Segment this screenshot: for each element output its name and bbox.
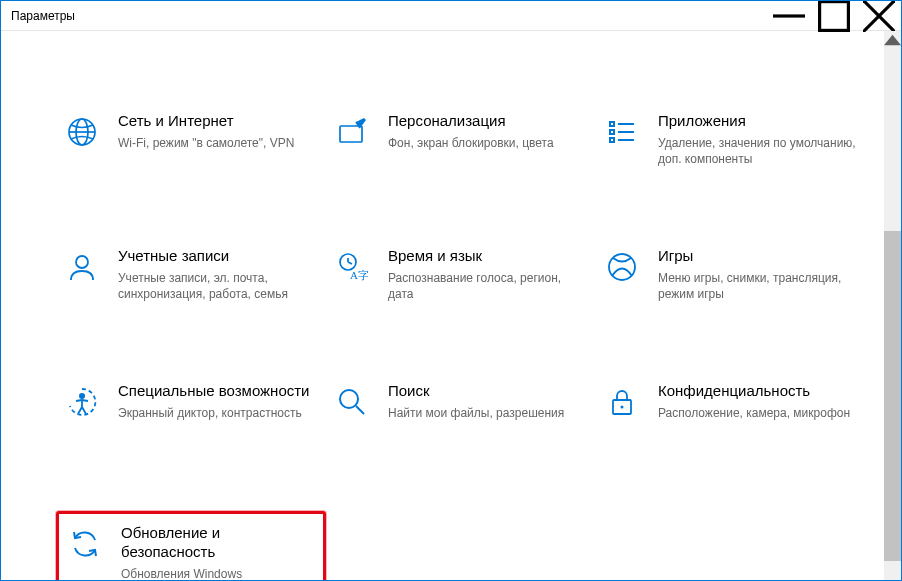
search-icon xyxy=(334,384,370,420)
paint-icon xyxy=(334,114,370,150)
tile-desc: Расположение, камера, микрофон xyxy=(658,405,856,421)
svg-rect-13 xyxy=(610,138,614,142)
svg-line-23 xyxy=(356,406,364,414)
window-title: Параметры xyxy=(11,9,75,23)
tile-desc: Учетные записи, эл. почта, синхронизация… xyxy=(118,270,316,302)
window-controls xyxy=(766,1,901,30)
tile-desc: Удаление, значения по умолчанию, доп. ко… xyxy=(658,135,856,167)
scroll-thumb[interactable] xyxy=(884,231,901,561)
svg-marker-26 xyxy=(884,34,901,45)
globe-icon xyxy=(64,114,100,150)
person-icon xyxy=(64,249,100,285)
tile-accounts[interactable]: Учетные записи Учетные записи, эл. почта… xyxy=(56,241,326,321)
tile-gaming[interactable]: Игры Меню игры, снимки, трансляция, режи… xyxy=(596,241,866,321)
minimize-button[interactable] xyxy=(766,1,811,31)
content: Сеть и Интернет Wi-Fi, режим "в самолете… xyxy=(1,31,901,580)
tile-title: Приложения xyxy=(658,112,856,131)
tile-title: Учетные записи xyxy=(118,247,316,266)
tile-apps[interactable]: Приложения Удаление, значения по умолчан… xyxy=(596,106,866,186)
tile-privacy[interactable]: Конфиденциальность Расположение, камера,… xyxy=(596,376,866,456)
svg-rect-9 xyxy=(610,122,614,126)
scrollbar[interactable] xyxy=(884,31,901,580)
tile-desc: Обновления Windows xyxy=(121,566,313,582)
tile-title: Поиск xyxy=(388,382,586,401)
tile-title: Игры xyxy=(658,247,856,266)
svg-point-25 xyxy=(621,406,624,409)
tile-desc: Фон, экран блокировки, цвета xyxy=(388,135,586,151)
tile-title: Обновление и безопасность xyxy=(121,524,313,562)
tile-title: Персонализация xyxy=(388,112,586,131)
svg-rect-7 xyxy=(340,126,362,142)
tile-time-language[interactable]: A字 Время и язык Распознавание голоса, ре… xyxy=(326,241,596,321)
xbox-icon xyxy=(604,249,640,285)
svg-point-15 xyxy=(76,256,88,268)
lock-icon xyxy=(604,384,640,420)
tile-desc: Найти мои файлы, разрешения xyxy=(388,405,586,421)
maximize-button[interactable] xyxy=(811,1,856,31)
scroll-up-icon[interactable] xyxy=(884,31,901,48)
svg-rect-11 xyxy=(610,130,614,134)
svg-line-18 xyxy=(348,262,352,264)
tile-desc: Меню игры, снимки, трансляция, режим игр… xyxy=(658,270,856,302)
tile-title: Конфиденциальность xyxy=(658,382,856,401)
tile-update-security[interactable]: Обновление и безопасность Обновления Win… xyxy=(56,511,326,581)
svg-point-21 xyxy=(79,393,85,399)
tile-desc: Распознавание голоса, регион, дата xyxy=(388,270,586,302)
titlebar: Параметры xyxy=(1,1,901,31)
tile-title: Специальные возможности xyxy=(118,382,316,401)
clock-language-icon: A字 xyxy=(334,249,370,285)
tile-title: Время и язык xyxy=(388,247,586,266)
list-icon xyxy=(604,114,640,150)
tile-search[interactable]: Поиск Найти мои файлы, разрешения xyxy=(326,376,596,456)
tile-title: Сеть и Интернет xyxy=(118,112,316,131)
svg-point-22 xyxy=(340,390,358,408)
tile-personalization[interactable]: Персонализация Фон, экран блокировки, цв… xyxy=(326,106,596,186)
accessibility-icon xyxy=(64,384,100,420)
tile-desc: Wi-Fi, режим "в самолете", VPN xyxy=(118,135,316,151)
svg-text:A字: A字 xyxy=(350,269,368,281)
settings-grid: Сеть и Интернет Wi-Fi, режим "в самолете… xyxy=(1,31,901,581)
svg-rect-1 xyxy=(819,2,848,31)
tile-accessibility[interactable]: Специальные возможности Экранный диктор,… xyxy=(56,376,326,456)
tile-desc: Экранный диктор, контрастность xyxy=(118,405,316,421)
tile-network[interactable]: Сеть и Интернет Wi-Fi, режим "в самолете… xyxy=(56,106,326,186)
sync-icon xyxy=(67,526,103,562)
